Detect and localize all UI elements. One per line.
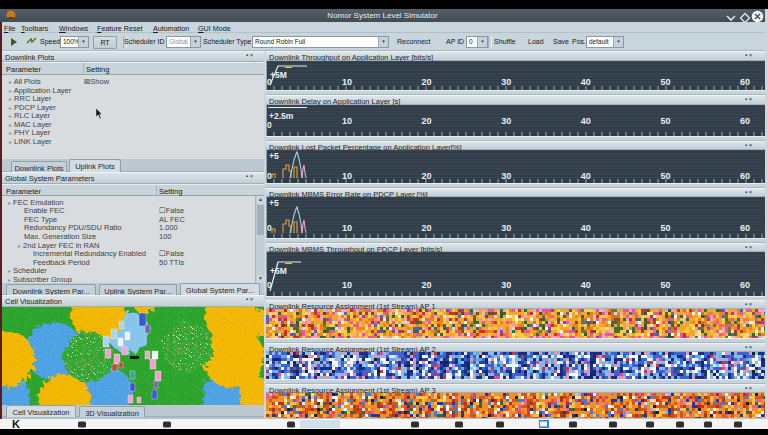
svg-text:K: K xyxy=(12,419,20,429)
